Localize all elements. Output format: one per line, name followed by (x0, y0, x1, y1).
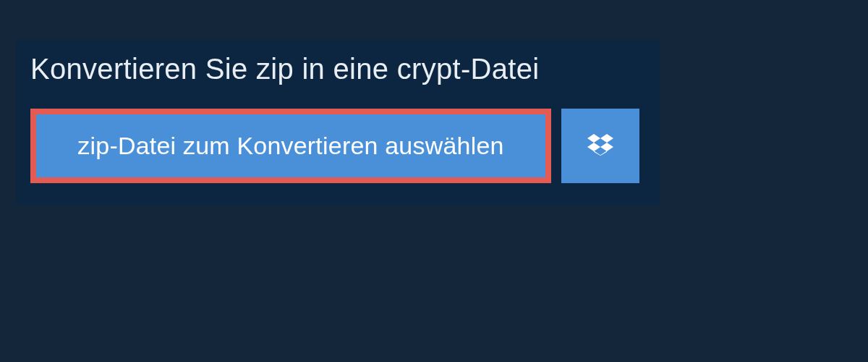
select-file-button-label: zip-Datei zum Konvertieren auswählen (77, 132, 503, 160)
converter-panel: Konvertieren Sie zip in eine crypt-Datei… (16, 40, 660, 205)
dropbox-button[interactable] (561, 109, 639, 183)
dropbox-icon (587, 132, 613, 161)
select-file-button[interactable]: zip-Datei zum Konvertieren auswählen (30, 109, 551, 183)
page-title: Konvertieren Sie zip in eine crypt-Datei (16, 40, 660, 101)
upload-button-row: zip-Datei zum Konvertieren auswählen (16, 101, 660, 205)
